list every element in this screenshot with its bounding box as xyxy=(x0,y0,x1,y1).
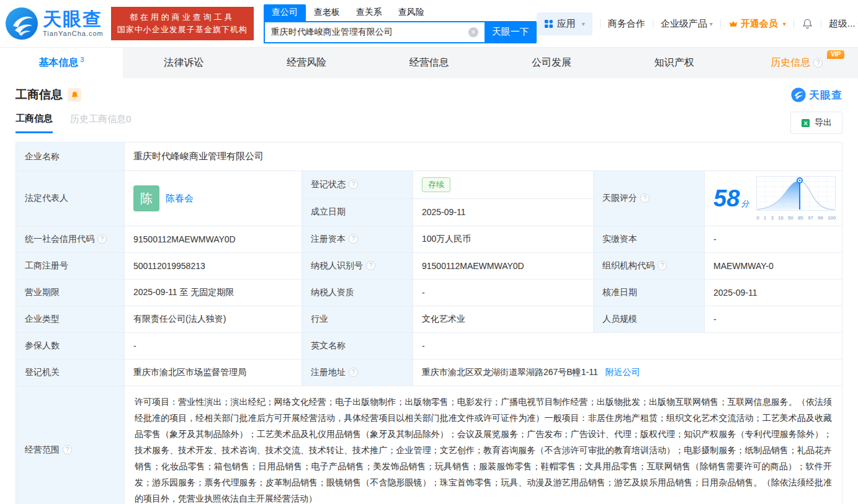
subtab-history-business-info[interactable]: 历史工商信息0 xyxy=(70,113,131,132)
label-business-term: 营业期限 xyxy=(16,280,125,306)
nav-open-membership[interactable]: 开通会员 ▾ xyxy=(728,18,786,30)
divider xyxy=(793,19,794,29)
value-taxpayer-qualification: - xyxy=(413,280,594,306)
label-reg-capital: 注册资本? xyxy=(302,226,413,253)
value-reg-capital: 100万人民币 xyxy=(413,226,594,253)
business-info-table: 企业名称 重庆时代峰峻商业管理有限公司 法定代表人 陈 陈春会 登记状态? 存续 xyxy=(16,142,842,504)
nav-super-vip[interactable]: 超级... ▾ xyxy=(829,18,858,30)
vip-badge: VIP xyxy=(827,50,844,59)
value-approve-date: 2025-09-11 xyxy=(705,280,842,306)
value-establish-date: 2025-09-11 xyxy=(413,198,594,226)
section-title: 工商信息 xyxy=(16,87,63,103)
value-reg-authority: 重庆市渝北区市场监督管理局 xyxy=(125,360,302,386)
table-row: 参保人数 - 英文名称 - xyxy=(16,333,842,360)
search-tab-risk[interactable]: 查风险 xyxy=(390,4,432,21)
label-english-name: 英文名称 xyxy=(302,333,413,360)
label-tianyan-score: 天眼评分? xyxy=(594,171,705,226)
table-row: 企业类型 有限责任公司(法人独资) 行业 文化艺术业 人员规模 - xyxy=(16,306,842,333)
tianyancha-logo-icon xyxy=(5,7,38,40)
label-company-type: 企业类型 xyxy=(16,306,125,333)
tab-company-development[interactable]: 公司发展 xyxy=(490,48,613,78)
score-distribution-chart: 0131550859799100 xyxy=(756,176,836,221)
tab-intellectual-property[interactable]: 知识产权 xyxy=(613,48,736,78)
label-business-scope: 经营范围? xyxy=(16,386,125,504)
help-icon[interactable]: ? xyxy=(349,368,358,377)
label-taxpayer-id: 纳税人识别号? xyxy=(302,253,413,280)
label-reg-status: 登记状态? xyxy=(302,171,413,199)
nav-business-cooperation[interactable]: 商务合作 xyxy=(608,18,645,30)
help-icon[interactable]: ? xyxy=(640,193,650,203)
label-reg-authority: 登记机关 xyxy=(16,360,125,386)
nearby-companies-link[interactable]: 附近公司 xyxy=(606,367,640,377)
brand-slogan: 都在用的商业查询工具 国家中小企业发展子基金旗下机构 xyxy=(111,7,254,40)
help-icon[interactable]: ? xyxy=(366,261,375,270)
table-row: 企业名称 重庆时代峰峻商业管理有限公司 xyxy=(16,143,842,171)
table-row: 经营范围? 许可项目：营业性演出；演出经纪；网络文化经营；电子出版物制作；出版物… xyxy=(16,386,842,504)
subscribe-bell-icon[interactable] xyxy=(68,88,81,102)
help-icon[interactable]: ? xyxy=(349,234,358,244)
help-icon[interactable]: ? xyxy=(658,261,667,270)
apps-label: 应用 xyxy=(557,18,576,30)
company-detail-tabs: 基本信息 3 法律诉讼 经营风险 经营信息 公司发展 知识产权 历史信息 ? V… xyxy=(0,47,858,78)
label-industry: 行业 xyxy=(302,306,413,333)
help-icon[interactable]: ? xyxy=(349,180,358,189)
divider xyxy=(720,19,721,29)
slogan-line1: 都在用的商业查询工具 xyxy=(117,11,248,24)
tab-basic-info[interactable]: 基本信息 3 xyxy=(0,48,123,78)
divider xyxy=(821,19,821,29)
search-input[interactable] xyxy=(264,21,485,43)
label-insured-num: 参保人数 xyxy=(16,333,125,360)
label-company-name: 企业名称 xyxy=(16,143,125,171)
tab-legal-litigation[interactable]: 法律诉讼 xyxy=(123,48,246,78)
value-staff-size: - xyxy=(705,306,842,333)
notification-bell-icon[interactable] xyxy=(802,18,813,30)
value-reg-address: 重庆市渝北区双龙湖街道翠湖路267号B幢1-11 附近公司 xyxy=(413,360,842,386)
label-reg-address: 注册地址? xyxy=(302,360,413,386)
search-tab-company[interactable]: 查公司 xyxy=(264,4,306,21)
tianyancha-logo[interactable]: 天眼查 TianYanCha.com xyxy=(5,7,104,40)
subtabs-row: 工商信息 历史工商信息0 X 导出 xyxy=(16,112,842,134)
value-reg-status: 存续 xyxy=(413,171,594,199)
export-button[interactable]: X 导出 xyxy=(790,112,842,134)
table-row: 营业期限 2025-09-11 至 无固定期限 纳税人资质 - 核准日期 202… xyxy=(16,280,842,306)
divider xyxy=(600,19,601,29)
chevron-down-icon: ▾ xyxy=(783,20,786,27)
label-staff-size: 人员规模 xyxy=(594,306,705,333)
score-axis: 0131550859799100 xyxy=(756,215,836,221)
search-button[interactable]: 天眼一下 xyxy=(485,21,537,43)
tab-history-info[interactable]: 历史信息 ? VIP xyxy=(735,48,858,78)
legal-rep-link[interactable]: 陈春会 xyxy=(166,193,194,205)
tianyancha-watermark-icon xyxy=(791,87,806,102)
search-tabs: 查公司 查老板 查关系 查风险 xyxy=(264,4,537,21)
table-row: 工商注册号 500112019958213 纳税人识别号? 91500112MA… xyxy=(16,253,842,280)
label-approve-date: 核准日期 xyxy=(594,280,705,306)
search-tab-boss[interactable]: 查老板 xyxy=(306,4,348,21)
nav-enterprise-product[interactable]: 企业级产品 ▾ xyxy=(661,18,713,30)
svg-text:X: X xyxy=(803,120,808,126)
help-icon[interactable]: ? xyxy=(63,445,72,454)
score-number: 58分 xyxy=(713,185,749,212)
subtab-business-info[interactable]: 工商信息 xyxy=(16,113,53,133)
value-credit-code: 91500112MAEWMWAY0D xyxy=(125,226,302,253)
label-reg-no: 工商注册号 xyxy=(16,253,125,280)
app-grid-icon xyxy=(544,19,553,29)
top-navigation: 应用 ▾ 商务合作 企业级产品 ▾ 开通会员 ▾ 超级... ▾ xyxy=(537,12,858,35)
tab-operation-risk[interactable]: 经营风险 xyxy=(245,48,368,78)
logo-domain: TianYanCha.com xyxy=(43,30,104,37)
clear-input-icon[interactable]: × xyxy=(468,27,478,37)
value-english-name: - xyxy=(413,333,842,360)
avatar[interactable]: 陈 xyxy=(133,185,159,211)
value-legal-rep: 陈 陈春会 xyxy=(125,171,302,226)
tab-operation-info[interactable]: 经营信息 xyxy=(368,48,491,78)
label-credit-code: 统一社会信用代码? xyxy=(16,226,125,253)
value-industry: 文化艺术业 xyxy=(413,306,594,333)
logo-title: 天眼查 xyxy=(43,10,104,29)
status-badge: 存续 xyxy=(422,177,450,192)
search-tab-relation[interactable]: 查关系 xyxy=(348,4,390,21)
value-business-scope: 许可项目：营业性演出；演出经纪；网络文化经营；电子出版物制作；出版物零售；电影发… xyxy=(125,386,842,504)
tab-count-badge: 3 xyxy=(80,56,84,63)
apps-menu[interactable]: 应用 ▾ xyxy=(537,12,592,35)
help-icon[interactable]: ? xyxy=(97,234,107,244)
help-icon[interactable]: ? xyxy=(813,58,823,68)
label-establish-date: 成立日期 xyxy=(302,198,413,226)
